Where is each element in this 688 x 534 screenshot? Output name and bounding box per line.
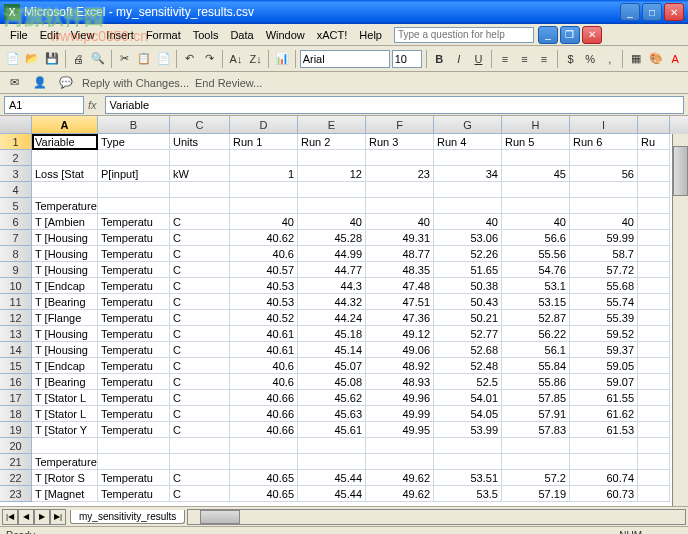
hscroll-thumb[interactable]: [200, 510, 240, 524]
cell-5[interactable]: [638, 198, 670, 214]
cell-9[interactable]: [638, 262, 670, 278]
col-header-G[interactable]: G: [434, 116, 502, 134]
row-header-3[interactable]: 3: [0, 166, 32, 182]
cell-C5[interactable]: [170, 198, 230, 214]
cell-H11[interactable]: 53.15: [502, 294, 570, 310]
cell-I17[interactable]: 61.55: [570, 390, 638, 406]
col-header-E[interactable]: E: [298, 116, 366, 134]
cell-I14[interactable]: 59.37: [570, 342, 638, 358]
cell-E18[interactable]: 45.63: [298, 406, 366, 422]
bold-icon[interactable]: B: [431, 49, 449, 69]
col-header-H[interactable]: H: [502, 116, 570, 134]
name-box[interactable]: A1: [4, 96, 84, 114]
menu-edit[interactable]: Edit: [34, 27, 65, 43]
cell-I21[interactable]: [570, 454, 638, 470]
cell-D23[interactable]: 40.65: [230, 486, 298, 502]
cell-E3[interactable]: 12: [298, 166, 366, 182]
preview-icon[interactable]: 🔍: [89, 49, 107, 69]
cell-E16[interactable]: 45.08: [298, 374, 366, 390]
row-header-19[interactable]: 19: [0, 422, 32, 438]
vertical-scrollbar[interactable]: [672, 134, 688, 506]
cell-B8[interactable]: Temperatu: [98, 246, 170, 262]
cell-A10[interactable]: T [Endcap: [32, 278, 98, 294]
cell-D7[interactable]: 40.62: [230, 230, 298, 246]
cell-21[interactable]: [638, 454, 670, 470]
select-all-corner[interactable]: [0, 116, 32, 134]
cell-H23[interactable]: 57.19: [502, 486, 570, 502]
cell-I12[interactable]: 55.39: [570, 310, 638, 326]
cell-G22[interactable]: 53.51: [434, 470, 502, 486]
cell-A16[interactable]: T [Bearing: [32, 374, 98, 390]
paste-icon[interactable]: 📄: [155, 49, 173, 69]
cell-B17[interactable]: Temperatu: [98, 390, 170, 406]
cell-10[interactable]: [638, 278, 670, 294]
col-header-C[interactable]: C: [170, 116, 230, 134]
vscroll-thumb[interactable]: [673, 146, 688, 196]
cell-C17[interactable]: C: [170, 390, 230, 406]
sort-asc-icon[interactable]: A↓: [227, 49, 245, 69]
cell-B18[interactable]: Temperatu: [98, 406, 170, 422]
borders-icon[interactable]: ▦: [627, 49, 645, 69]
row-header-17[interactable]: 17: [0, 390, 32, 406]
cell-A6[interactable]: T [Ambien: [32, 214, 98, 230]
menu-tools[interactable]: Tools: [187, 27, 225, 43]
cell-F19[interactable]: 49.95: [366, 422, 434, 438]
cell-F16[interactable]: 48.93: [366, 374, 434, 390]
cell-F5[interactable]: [366, 198, 434, 214]
cell-20[interactable]: [638, 438, 670, 454]
cell-B11[interactable]: Temperatu: [98, 294, 170, 310]
menu-data[interactable]: Data: [224, 27, 259, 43]
cell-B15[interactable]: Temperatu: [98, 358, 170, 374]
cell-D9[interactable]: 40.57: [230, 262, 298, 278]
cell-H5[interactable]: [502, 198, 570, 214]
col-header-F[interactable]: F: [366, 116, 434, 134]
cell-H18[interactable]: 57.91: [502, 406, 570, 422]
cell-C15[interactable]: C: [170, 358, 230, 374]
cell-B12[interactable]: Temperatu: [98, 310, 170, 326]
cell-C16[interactable]: C: [170, 374, 230, 390]
col-header-extra[interactable]: [638, 116, 670, 134]
cell-E14[interactable]: 45.14: [298, 342, 366, 358]
tab-last-icon[interactable]: ▶|: [50, 509, 66, 525]
cell-H8[interactable]: 55.56: [502, 246, 570, 262]
cell-E8[interactable]: 44.99: [298, 246, 366, 262]
row-header-2[interactable]: 2: [0, 150, 32, 166]
cell-B3[interactable]: P[input]: [98, 166, 170, 182]
grid-body[interactable]: 1VariableTypeUnitsRun 1Run 2Run 3Run 4Ru…: [0, 134, 688, 506]
italic-icon[interactable]: I: [450, 49, 468, 69]
cell-F18[interactable]: 49.99: [366, 406, 434, 422]
cell-G17[interactable]: 54.01: [434, 390, 502, 406]
cell-A13[interactable]: T [Housing: [32, 326, 98, 342]
cell-C14[interactable]: C: [170, 342, 230, 358]
cell-2[interactable]: [638, 150, 670, 166]
cell-I10[interactable]: 55.68: [570, 278, 638, 294]
cell-E10[interactable]: 44.3: [298, 278, 366, 294]
review-icon-3[interactable]: 💬: [56, 73, 76, 93]
row-header-10[interactable]: 10: [0, 278, 32, 294]
cell-G7[interactable]: 53.06: [434, 230, 502, 246]
row-header-20[interactable]: 20: [0, 438, 32, 454]
cell-G10[interactable]: 50.38: [434, 278, 502, 294]
cell-E20[interactable]: [298, 438, 366, 454]
row-header-12[interactable]: 12: [0, 310, 32, 326]
cell-I16[interactable]: 59.07: [570, 374, 638, 390]
end-review-label[interactable]: End Review...: [195, 77, 262, 89]
cell-E7[interactable]: 45.28: [298, 230, 366, 246]
cell-A9[interactable]: T [Housing: [32, 262, 98, 278]
cell-H19[interactable]: 57.83: [502, 422, 570, 438]
cell-D8[interactable]: 40.6: [230, 246, 298, 262]
cell-H17[interactable]: 57.85: [502, 390, 570, 406]
row-header-6[interactable]: 6: [0, 214, 32, 230]
cell-B14[interactable]: Temperatu: [98, 342, 170, 358]
doc-restore-button[interactable]: ❐: [560, 26, 580, 44]
save-icon[interactable]: 💾: [43, 49, 61, 69]
cell-H6[interactable]: 40: [502, 214, 570, 230]
cell-A2[interactable]: [32, 150, 98, 166]
fx-icon[interactable]: fx: [84, 99, 101, 111]
cell-19[interactable]: [638, 422, 670, 438]
cell-F17[interactable]: 49.96: [366, 390, 434, 406]
cell-H20[interactable]: [502, 438, 570, 454]
row-header-7[interactable]: 7: [0, 230, 32, 246]
cell-C7[interactable]: C: [170, 230, 230, 246]
cell-F4[interactable]: [366, 182, 434, 198]
